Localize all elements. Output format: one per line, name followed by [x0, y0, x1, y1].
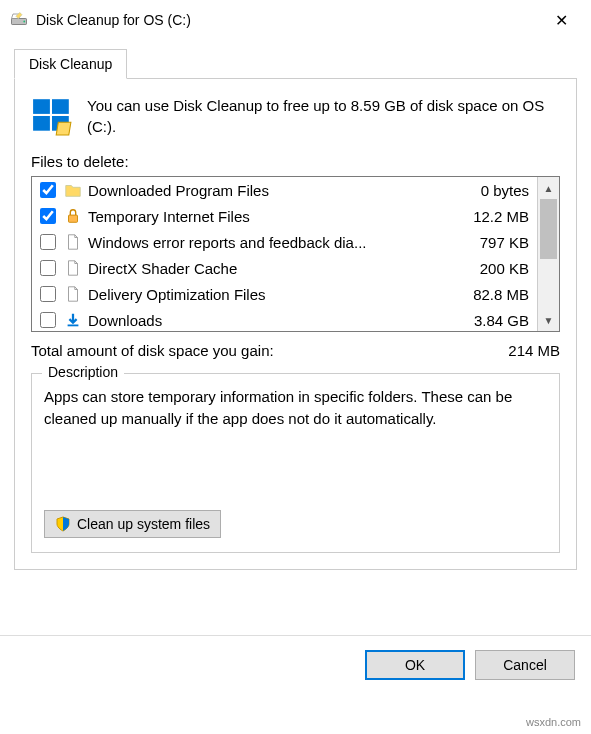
file-size: 82.8 MB [463, 286, 533, 303]
dialog-footer: OK Cancel [0, 635, 591, 694]
file-row[interactable]: Temporary Internet Files12.2 MB [32, 203, 537, 229]
file-name: Downloads [88, 312, 455, 329]
svg-point-1 [23, 21, 25, 23]
file-list: Downloaded Program Files0 bytesTemporary… [31, 176, 560, 332]
titlebar: Disk Cleanup for OS (C:) ✕ [0, 0, 591, 40]
file-size: 200 KB [463, 260, 533, 277]
svg-rect-2 [33, 99, 50, 114]
file-checkbox[interactable] [40, 260, 56, 276]
total-value: 214 MB [508, 342, 560, 359]
scroll-thumb[interactable] [540, 199, 557, 259]
scroll-down-button[interactable]: ▼ [538, 309, 559, 331]
file-name: Downloaded Program Files [88, 182, 455, 199]
tab-body: You can use Disk Cleanup to free up to 8… [14, 79, 577, 570]
download-icon [64, 311, 82, 329]
description-group: Description Apps can store temporary inf… [31, 373, 560, 553]
description-legend: Description [42, 364, 124, 380]
scrollbar[interactable]: ▲ ▼ [537, 177, 559, 331]
description-text: Apps can store temporary information in … [44, 386, 547, 430]
clean-system-files-button[interactable]: Clean up system files [44, 510, 221, 538]
file-name: Delivery Optimization Files [88, 286, 455, 303]
file-name: DirectX Shader Cache [88, 260, 455, 277]
file-row[interactable]: Downloaded Program Files0 bytes [32, 177, 537, 203]
svg-rect-3 [52, 99, 69, 114]
watermark: wsxdn.com [526, 716, 581, 728]
folder-icon [64, 181, 82, 199]
file-row[interactable]: Windows error reports and feedback dia..… [32, 229, 537, 255]
drive-icon [10, 11, 28, 29]
svg-rect-7 [68, 325, 79, 327]
file-row[interactable]: DirectX Shader Cache200 KB [32, 255, 537, 281]
file-size: 797 KB [463, 234, 533, 251]
shield-icon [55, 516, 71, 532]
scroll-up-button[interactable]: ▲ [538, 177, 559, 199]
windows-logo-icon [31, 95, 73, 137]
tabstrip: Disk Cleanup [14, 48, 577, 79]
file-checkbox[interactable] [40, 312, 56, 328]
svg-rect-6 [69, 215, 78, 222]
file-row[interactable]: Downloads3.84 GB [32, 307, 537, 331]
svg-rect-4 [33, 116, 50, 131]
file-size: 0 bytes [463, 182, 533, 199]
intro-text: You can use Disk Cleanup to free up to 8… [87, 95, 560, 137]
lock-icon [64, 207, 82, 225]
file-row[interactable]: Delivery Optimization Files82.8 MB [32, 281, 537, 307]
clean-system-files-label: Clean up system files [77, 516, 210, 532]
tab-disk-cleanup[interactable]: Disk Cleanup [14, 49, 127, 79]
file-checkbox[interactable] [40, 234, 56, 250]
file-checkbox[interactable] [40, 286, 56, 302]
file-size: 3.84 GB [463, 312, 533, 329]
ok-button[interactable]: OK [365, 650, 465, 680]
cancel-button[interactable]: Cancel [475, 650, 575, 680]
file-name: Windows error reports and feedback dia..… [88, 234, 455, 251]
close-button[interactable]: ✕ [541, 11, 581, 30]
window-title: Disk Cleanup for OS (C:) [36, 12, 541, 28]
file-checkbox[interactable] [40, 182, 56, 198]
file-checkbox[interactable] [40, 208, 56, 224]
files-to-delete-label: Files to delete: [31, 153, 560, 170]
file-name: Temporary Internet Files [88, 208, 455, 225]
file-icon [64, 259, 82, 277]
file-icon [64, 233, 82, 251]
file-size: 12.2 MB [463, 208, 533, 225]
total-label: Total amount of disk space you gain: [31, 342, 508, 359]
file-icon [64, 285, 82, 303]
